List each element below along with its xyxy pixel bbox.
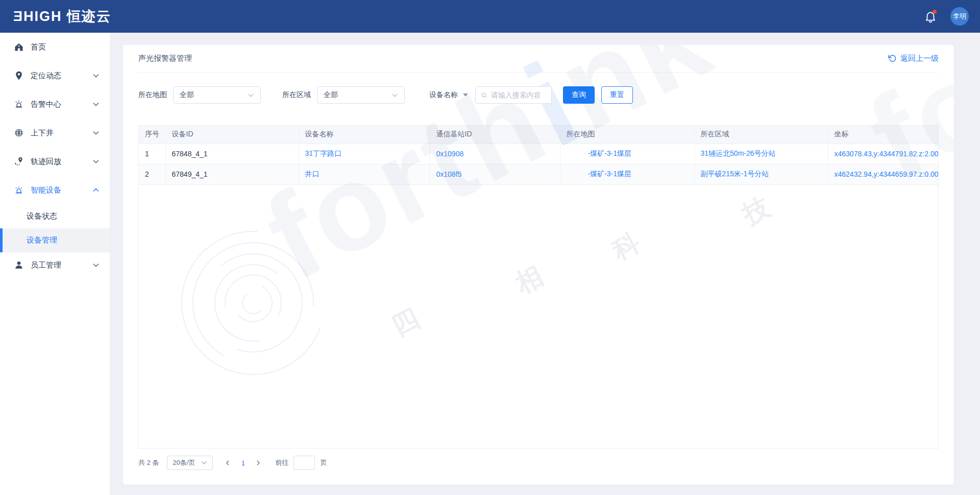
sidebar-subitem-label: 设备管理 (27, 235, 57, 245)
goto-page-input[interactable] (293, 456, 315, 470)
device-table-container: 序号 设备ID 设备名称 通信基站ID 所在地图 所在区域 坐标 1 67848… (138, 125, 939, 449)
cell-serial: 1 (139, 144, 165, 164)
col-header-base-station: 通信基站ID (430, 126, 560, 144)
sidebar-item-smart-devices[interactable]: 智能设备 (0, 176, 110, 204)
back-link-label: 返回上一级 (900, 54, 939, 63)
sidebar-item-label: 定位动态 (31, 71, 61, 81)
sidebar-item-location[interactable]: 定位动态 (0, 61, 110, 90)
table-row: 1 67848_4_1 31丁字路口 0x10908 -煤矿-3-1煤层 31辅… (139, 144, 938, 164)
sidebar-item-label: 上下井 (31, 128, 54, 138)
goto-page-label: 前往 (275, 458, 288, 467)
cell-device-name-link[interactable]: 井口 (299, 164, 430, 184)
map-filter-select[interactable]: 全部 (173, 86, 261, 104)
col-header-device-name: 设备名称 (299, 126, 430, 144)
card-header: 声光报警器管理 返回上一级 (138, 45, 939, 73)
siren-icon (14, 185, 24, 195)
cell-area-link[interactable]: 副平硕215米-1号分站 (694, 164, 828, 184)
page-number-1[interactable]: 1 (235, 459, 251, 467)
location-pin-icon (14, 70, 24, 81)
chevron-down-icon (92, 72, 100, 79)
search-icon (481, 91, 487, 99)
cell-device-id: 67849_4_1 (165, 164, 299, 184)
map-filter-label: 所在地图 (138, 90, 167, 100)
reset-button[interactable]: 重置 (601, 86, 633, 104)
cell-serial: 2 (139, 164, 165, 184)
cell-area-link[interactable]: 31辅运北50m-26号分站 (694, 144, 828, 164)
page-size-value: 20条/页 (173, 458, 195, 467)
device-name-filter-label: 设备名称 (429, 90, 458, 100)
sidebar-item-label: 告警中心 (31, 100, 61, 109)
notification-dot (933, 10, 937, 14)
device-table: 序号 设备ID 设备名称 通信基站ID 所在地图 所在区域 坐标 1 67848… (139, 126, 938, 185)
sidebar-subitem-device-management[interactable]: 设备管理 (0, 228, 110, 252)
area-filter-label: 所在区域 (282, 90, 311, 100)
main-content-card: forthink forthink 技 科 相 四 声光报警器管理 返回上一级 … (123, 45, 954, 485)
page-size-select[interactable]: 20条/页 (167, 456, 213, 470)
query-button[interactable]: 查询 (563, 86, 595, 104)
next-page-button[interactable] (251, 456, 266, 470)
track-playback-icon (14, 156, 24, 167)
cell-device-id: 67848_4_1 (165, 144, 299, 164)
col-header-map: 所在地图 (560, 126, 694, 144)
chevron-left-icon (225, 460, 231, 466)
cell-coordinates-link[interactable]: x463078.43,y:4344791.82.z:2.00 (828, 144, 938, 164)
chevron-right-icon (255, 460, 261, 466)
chevron-down-icon (391, 92, 398, 99)
sidebar-subitem-label: 设备状态 (27, 211, 57, 221)
table-header-row: 序号 设备ID 设备名称 通信基站ID 所在地图 所在区域 坐标 (139, 126, 938, 144)
prev-page-button[interactable] (220, 456, 235, 470)
col-header-device-id: 设备ID (165, 126, 299, 144)
page-title: 声光报警器管理 (138, 54, 192, 63)
sidebar-item-alarm-center[interactable]: 告警中心 (0, 90, 110, 119)
chevron-down-icon (92, 129, 100, 136)
home-icon (14, 42, 24, 52)
sidebar-item-label: 首页 (31, 42, 46, 52)
cell-map-link[interactable]: -煤矿-3-1煤层 (560, 164, 694, 184)
globe-grid-icon (14, 128, 24, 138)
back-to-previous-link[interactable]: 返回上一级 (888, 54, 939, 63)
filter-bar: 所在地图 全部 所在区域 全部 设备名称 查询 重置 (138, 86, 939, 104)
col-header-serial: 序号 (139, 126, 165, 144)
rotate-ccw-icon (888, 54, 896, 63)
map-filter-value: 全部 (180, 90, 194, 100)
pagination-bar: 共 2 条 20条/页 1 前往 页 (138, 456, 939, 470)
app-logo: ƎHIGH 恒迹云 (13, 7, 111, 26)
cell-coordinates-link[interactable]: x462432.94,y:4344659.97.z:0.00 (828, 164, 938, 184)
col-header-area: 所在区域 (694, 126, 828, 144)
col-header-coordinates: 坐标 (828, 126, 938, 144)
page-unit-label: 页 (320, 458, 327, 467)
pagination-total: 共 2 条 (138, 458, 159, 467)
cell-base-station-link[interactable]: 0x108f5 (430, 164, 560, 184)
chevron-down-icon (201, 460, 207, 466)
search-box (475, 86, 552, 104)
chevron-down-icon (248, 92, 254, 99)
cell-map-link[interactable]: -煤矿-3-1煤层 (560, 144, 694, 164)
chevron-down-icon (92, 101, 100, 108)
chevron-down-icon (92, 262, 100, 269)
sidebar-item-mine-entry[interactable]: 上下井 (0, 119, 110, 147)
sidebar-item-label: 员工管理 (31, 261, 61, 270)
sidebar: 首页 定位动态 告警中心 上下井 (0, 33, 110, 495)
notification-bell-button[interactable] (924, 10, 937, 23)
area-filter-select[interactable]: 全部 (317, 86, 405, 104)
sidebar-item-track-playback[interactable]: 轨迹回放 (0, 147, 110, 176)
topbar: ƎHIGH 恒迹云 李明 (0, 0, 980, 33)
cell-device-name-link[interactable]: 31丁字路口 (299, 144, 430, 164)
table-row: 2 67849_4_1 井口 0x108f5 -煤矿-3-1煤层 副平硕215米… (139, 164, 938, 184)
user-avatar[interactable]: 李明 (950, 7, 969, 26)
sidebar-item-label: 智能设备 (31, 185, 61, 195)
search-input[interactable] (491, 91, 546, 99)
caret-down-icon[interactable] (463, 93, 468, 97)
sidebar-item-home[interactable]: 首页 (0, 33, 110, 61)
siren-icon (14, 99, 24, 109)
chevron-down-icon (92, 158, 100, 165)
chevron-up-icon (92, 186, 100, 194)
area-filter-value: 全部 (324, 90, 338, 100)
cell-base-station-link[interactable]: 0x10908 (430, 144, 560, 164)
sidebar-item-staff-management[interactable]: 员工管理 (0, 252, 110, 278)
sidebar-subitem-device-status[interactable]: 设备状态 (0, 204, 110, 228)
sidebar-item-label: 轨迹回放 (31, 157, 61, 167)
person-icon (14, 260, 24, 270)
